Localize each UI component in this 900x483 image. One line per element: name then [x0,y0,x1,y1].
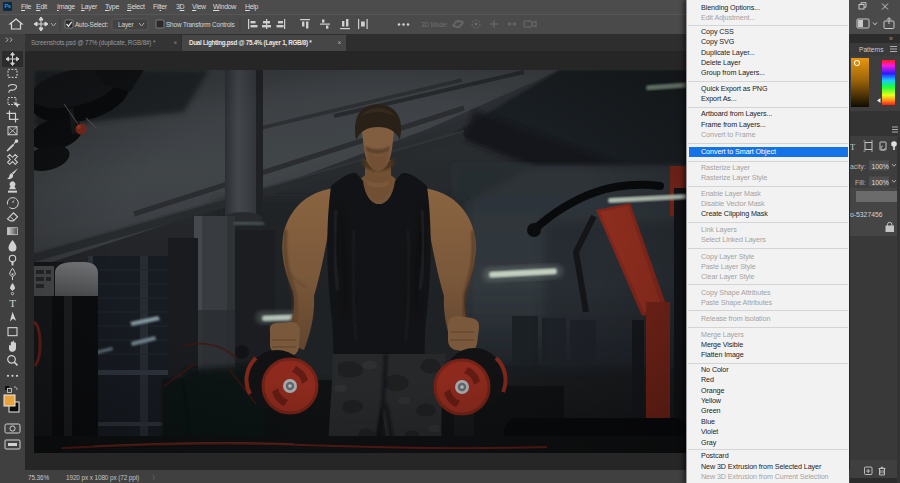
svg-text:T: T [9,297,16,309]
svg-text:o-5327456: o-5327456 [850,211,883,218]
svg-text:Layer: Layer [118,21,134,29]
svg-text:Show Transform Controls: Show Transform Controls [166,21,235,28]
svg-text:T: T [850,142,856,152]
svg-text:Auto-Select:: Auto-Select: [75,21,108,28]
svg-text:Patterns: Patterns [859,46,884,53]
svg-text:Fill:: Fill: [855,179,866,186]
svg-text:3D Mode:: 3D Mode: [421,21,448,28]
svg-text:acity:: acity: [850,163,866,171]
svg-text:»: » [889,35,893,42]
svg-text:100%: 100% [872,179,889,186]
svg-text:100%: 100% [872,163,889,170]
